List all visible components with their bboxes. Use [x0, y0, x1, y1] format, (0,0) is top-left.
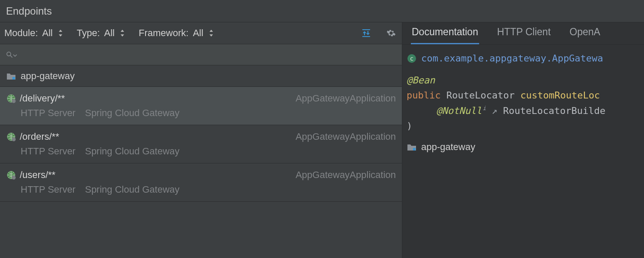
endpoint-framework: Spring Cloud Gateway: [85, 108, 179, 119]
endpoint-row[interactable]: /orders/**AppGatewayApplicationHTTP Serv…: [0, 125, 402, 163]
module-filter-label: Module:: [4, 28, 38, 39]
endpoint-app: AppGatewayApplication: [295, 169, 396, 181]
code-close-paren: ): [407, 120, 412, 131]
gear-icon[interactable]: [385, 27, 398, 40]
svg-rect-0: [362, 29, 370, 30]
endpoint-server: HTTP Server: [21, 146, 76, 157]
class-icon: c: [407, 53, 417, 64]
sort-icon: [118, 29, 127, 37]
module-group-row[interactable]: app-gateway: [0, 65, 402, 87]
diff-icon[interactable]: [360, 27, 373, 40]
module-filter-value: All: [42, 28, 52, 39]
svg-point-2: [7, 52, 11, 56]
svg-rect-4: [12, 77, 15, 80]
search-input[interactable]: [20, 50, 398, 60]
framework-filter[interactable]: Framework: All: [139, 28, 216, 39]
module-icon: [407, 142, 417, 152]
svg-line-3: [10, 55, 12, 58]
endpoints-panel: Module: All Type: All Framework: All: [0, 22, 402, 258]
module-filter[interactable]: Module: All: [4, 28, 65, 39]
endpoint-row[interactable]: /users/**AppGatewayApplicationHTTP Serve…: [0, 163, 402, 202]
endpoint-path: /users/**: [20, 169, 55, 181]
code-keyword-public: public: [407, 90, 440, 101]
svg-rect-16: [413, 148, 416, 150]
documentation-body: c com.example.appgateway.AppGatewa @Bean…: [402, 45, 644, 160]
framework-filter-value: All: [193, 28, 203, 39]
documentation-panel: Documentation HTTP Client OpenA c com.ex…: [402, 22, 644, 258]
code-return-type: RouteLocator: [447, 90, 515, 101]
external-link-icon[interactable]: ↗: [492, 105, 497, 116]
filters-toolbar: Module: All Type: All Framework: All: [0, 22, 402, 44]
code-function-name: customRouteLoc: [520, 90, 600, 101]
svg-point-13: [12, 176, 16, 180]
chevron-down-icon[interactable]: [13, 49, 17, 60]
globe-icon: [6, 93, 16, 104]
fqcn-text[interactable]: com.example.appgateway.AppGatewa: [421, 51, 603, 66]
endpoint-server: HTTP Server: [21, 108, 76, 119]
endpoint-list: app-gateway /delivery/**AppGatewayApplic…: [0, 65, 402, 258]
tab-documentation[interactable]: Documentation: [411, 22, 479, 44]
endpoint-framework: Spring Cloud Gateway: [85, 184, 179, 195]
endpoint-app: AppGatewayApplication: [295, 131, 396, 142]
globe-icon: [6, 132, 16, 142]
right-tabs: Documentation HTTP Client OpenA: [402, 22, 644, 45]
doc-module-name[interactable]: app-gateway: [421, 139, 475, 154]
type-filter[interactable]: Type: All: [77, 28, 127, 39]
sort-icon: [56, 29, 65, 37]
endpoint-path: /delivery/**: [20, 93, 65, 104]
module-name: app-gateway: [21, 71, 75, 82]
svg-rect-1: [362, 36, 370, 37]
tool-window-title: Endpoints: [0, 0, 644, 22]
module-icon: [6, 71, 16, 81]
title-text: Endpoints: [6, 5, 52, 17]
code-annotation-notnull: @NotNull: [436, 105, 482, 116]
tab-http-client[interactable]: HTTP Client: [496, 22, 552, 44]
type-filter-value: All: [104, 28, 115, 39]
globe-icon: [6, 170, 16, 180]
framework-filter-label: Framework:: [139, 28, 188, 39]
code-param-type: RouteLocatorBuilde: [503, 105, 605, 116]
search-row: [0, 44, 402, 65]
code-annotation-bean: @Bean: [407, 75, 435, 86]
endpoint-row[interactable]: /delivery/**AppGatewayApplicationHTTP Se…: [0, 87, 402, 125]
svg-point-10: [12, 138, 16, 141]
type-filter-label: Type:: [77, 28, 100, 39]
endpoint-framework: Spring Cloud Gateway: [85, 146, 179, 157]
endpoint-app: AppGatewayApplication: [295, 93, 396, 104]
tab-openapi[interactable]: OpenA: [569, 22, 601, 44]
svg-text:c: c: [410, 55, 413, 62]
svg-point-7: [12, 99, 16, 103]
endpoint-path: /orders/**: [20, 131, 59, 142]
endpoint-server: HTTP Server: [21, 184, 76, 195]
sort-icon: [207, 29, 216, 37]
